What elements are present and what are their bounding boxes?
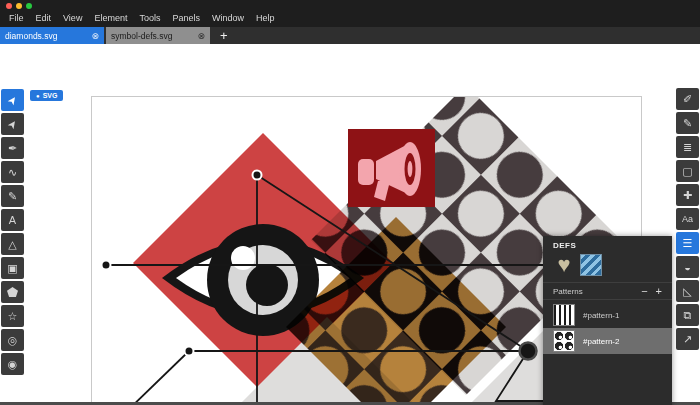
text-tool-icon: A: [9, 215, 16, 226]
tab-diamonds.svg[interactable]: diamonds.svg ⊗: [0, 27, 104, 44]
defs-panel: DEFS ♥ Patterns − + #pattern-1 #pattern-…: [543, 236, 672, 405]
main-area: ● SVG ➤➤✒∿✎A△▣☆◎◉ ✐✎≣▢✚Aa☰◒◺⧉↗ DEFS ♥ Pa…: [0, 44, 700, 403]
menu-tools[interactable]: Tools: [133, 12, 166, 24]
tab-label: diamonds.svg: [5, 31, 57, 41]
menu-element[interactable]: Element: [88, 12, 133, 24]
geometry-panel-icon: ◺: [683, 286, 691, 297]
menu-bar: FileEditViewElementToolsPanelsWindowHelp: [3, 12, 281, 24]
megaphone-symbol[interactable]: [348, 129, 435, 207]
pentagon-icon: [7, 287, 18, 297]
tab-label: symbol-defs.svg: [111, 31, 172, 41]
select-tool-icon: ➤: [5, 93, 19, 107]
defs-panel-title: DEFS: [553, 241, 576, 250]
edit-tool-icon: ➤: [5, 117, 19, 131]
pattern-row[interactable]: #pattern-2: [543, 328, 672, 354]
ellipse-tool[interactable]: ◎: [1, 329, 24, 351]
breadcrumb-label: SVG: [43, 92, 58, 99]
patterns-title: Patterns: [553, 287, 583, 296]
rect-tool[interactable]: ▣: [1, 257, 24, 279]
layers-panel[interactable]: ≣: [676, 136, 699, 158]
masks-panel-icon: ◒: [684, 262, 691, 273]
geometry-panel[interactable]: ◺: [676, 280, 699, 302]
patterns-header: Patterns − +: [543, 282, 672, 300]
defs-panel-button[interactable]: ☰: [676, 232, 699, 254]
shapes-tool-icon: ◉: [8, 359, 18, 370]
minimize-button[interactable]: [16, 3, 22, 9]
objects-panel-icon: ⧉: [684, 310, 692, 321]
menu-edit[interactable]: Edit: [30, 12, 58, 24]
pattern-row[interactable]: #pattern-1: [543, 302, 672, 328]
text-tool[interactable]: A: [1, 209, 24, 231]
polygon-tool[interactable]: [1, 281, 24, 303]
patterns-list: #pattern-1 #pattern-2: [543, 302, 672, 354]
edit-tool[interactable]: ➤: [1, 113, 24, 135]
defs-panel-button-icon: ☰: [683, 238, 693, 249]
hatch-symbol[interactable]: [580, 254, 602, 276]
ellipse-tool-icon: ◎: [8, 335, 18, 346]
path-tool[interactable]: ∿: [1, 161, 24, 183]
heart-symbol[interactable]: ♥: [553, 254, 575, 276]
shapes-tool[interactable]: ◉: [1, 353, 24, 375]
menu-view[interactable]: View: [57, 12, 88, 24]
arrange-panel[interactable]: ✚: [676, 184, 699, 206]
title-bar: FileEditViewElementToolsPanelsWindowHelp: [0, 0, 700, 27]
breadcrumb[interactable]: ● SVG: [30, 90, 63, 101]
typography-panel[interactable]: Aa: [676, 208, 699, 230]
pencil-tool[interactable]: ✎: [1, 185, 24, 207]
tab-bar: diamonds.svg ⊗ symbol-defs.svg ⊗ +: [0, 27, 700, 44]
masks-panel[interactable]: ◒: [676, 256, 699, 278]
paint-panel-icon: ✐: [683, 94, 692, 105]
tab-symbol-defs.svg[interactable]: symbol-defs.svg ⊗: [106, 27, 210, 44]
menu-window[interactable]: Window: [206, 12, 250, 24]
selected-node: [520, 343, 537, 360]
zoom-button[interactable]: [26, 3, 32, 9]
path-tool-icon: ∿: [8, 167, 17, 178]
menu-help[interactable]: Help: [250, 12, 281, 24]
close-tab-icon[interactable]: ⊗: [91, 31, 99, 41]
pattern-thumbnail-icon: [553, 304, 575, 326]
triangle-tool-icon: △: [8, 239, 16, 250]
pattern-thumbnail-icon: [553, 330, 575, 352]
select-tool[interactable]: ➤: [1, 89, 24, 111]
layers-panel-icon: ≣: [683, 142, 692, 153]
close-tab-icon[interactable]: ⊗: [197, 31, 205, 41]
pen-tool[interactable]: ✒: [1, 137, 24, 159]
element-dot-icon: ●: [36, 93, 40, 99]
star-tool-icon: ☆: [8, 311, 18, 322]
defs-swatches: ♥: [553, 254, 602, 276]
menu-panels[interactable]: Panels: [166, 12, 206, 24]
star-tool[interactable]: ☆: [1, 305, 24, 327]
traffic-lights: [6, 3, 32, 9]
typography-panel-icon: Aa: [682, 215, 693, 224]
add-pattern-button[interactable]: +: [656, 286, 662, 297]
triangle-tool[interactable]: △: [1, 233, 24, 255]
export-panel-icon: ↗: [683, 334, 692, 345]
rect-tool-icon: ▣: [7, 263, 17, 274]
left-toolbar: ➤➤✒∿✎A△▣☆◎◉: [1, 89, 24, 375]
pen-tool-icon: ✒: [8, 143, 17, 154]
remove-pattern-button[interactable]: −: [641, 286, 647, 297]
view-panel-icon: ▢: [682, 166, 692, 177]
export-panel[interactable]: ↗: [676, 328, 699, 350]
pattern-id: #pattern-1: [583, 311, 619, 320]
objects-panel[interactable]: ⧉: [676, 304, 699, 326]
close-button[interactable]: [6, 3, 12, 9]
menu-file[interactable]: File: [3, 12, 30, 24]
view-panel[interactable]: ▢: [676, 160, 699, 182]
stroke-panel[interactable]: ✎: [676, 112, 699, 134]
pattern-id: #pattern-2: [583, 337, 619, 346]
pencil-tool-icon: ✎: [8, 191, 17, 202]
stroke-panel-icon: ✎: [683, 118, 692, 129]
arrange-panel-icon: ✚: [683, 190, 692, 201]
new-tab-button[interactable]: +: [220, 31, 228, 41]
paint-panel[interactable]: ✐: [676, 88, 699, 110]
right-toolbar: ✐✎≣▢✚Aa☰◒◺⧉↗: [676, 88, 699, 350]
